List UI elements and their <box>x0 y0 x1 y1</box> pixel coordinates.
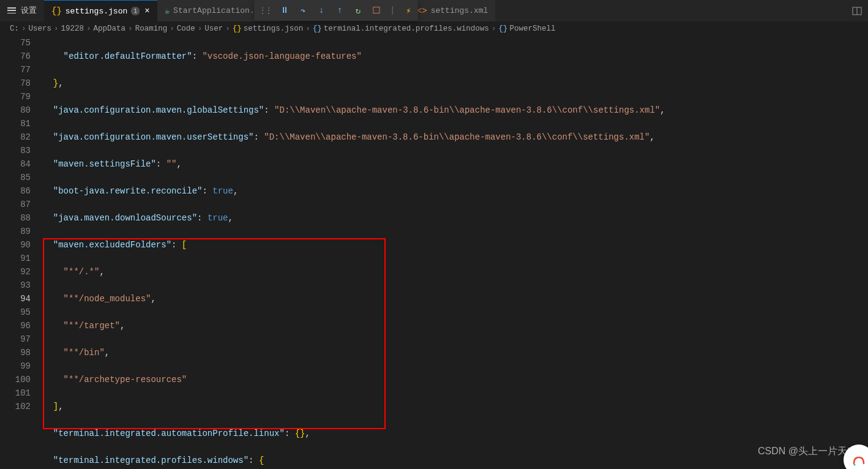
restart-icon[interactable]: ↻ <box>353 6 363 15</box>
crumb[interactable]: Code <box>177 24 195 33</box>
tabs-bar: 设置 {} settings.json 1 × ☕ StartApplicati… <box>0 0 868 21</box>
tab-label: settings.json <box>65 7 127 16</box>
tab-modified-badge: 1 <box>131 7 140 15</box>
hot-reload-icon[interactable]: ⚡ <box>403 6 413 15</box>
json-icon: {} <box>233 24 242 33</box>
settings-label: 设置 <box>21 5 37 16</box>
tab-settings-xml[interactable]: <> settings.xml <box>410 0 495 21</box>
crumb[interactable]: C: <box>10 24 19 33</box>
crumb[interactable]: Roaming <box>135 24 168 33</box>
step-over-icon[interactable]: ↷ <box>298 6 308 15</box>
brace-icon: {} <box>498 24 507 33</box>
hamburger-icon <box>7 7 16 13</box>
crumb[interactable]: settings.json <box>244 24 304 33</box>
step-out-icon[interactable]: ↑ <box>335 6 345 15</box>
tab-settings-json[interactable]: {} settings.json 1 × <box>44 0 157 21</box>
grip-icon[interactable]: ⋮⋮ <box>259 6 271 15</box>
java-icon: ☕ <box>165 6 170 16</box>
stop-icon[interactable]: □ <box>372 6 381 15</box>
close-icon[interactable]: × <box>144 6 149 16</box>
svg-point-2 <box>854 464 856 466</box>
pause-icon[interactable]: ⏸ <box>280 6 290 15</box>
crumb[interactable]: 19228 <box>61 24 84 33</box>
step-into-icon[interactable]: ↓ <box>316 6 326 15</box>
settings-tab-link[interactable]: 设置 <box>0 0 44 21</box>
crumb[interactable]: PowerShell <box>509 24 555 33</box>
crumb[interactable]: User <box>204 24 223 33</box>
brace-icon: {} <box>313 24 322 33</box>
tab-label: settings.xml <box>431 6 488 15</box>
editor-area[interactable]: 7576777879808182838485868788899091929394… <box>0 36 868 469</box>
crumb[interactable]: terminal.integrated.profiles.windows <box>324 24 489 33</box>
line-gutter: 7576777879808182838485868788899091929394… <box>0 36 43 469</box>
crumb[interactable]: AppData <box>94 24 126 33</box>
split-editor-icon[interactable] <box>852 6 862 18</box>
crumb[interactable]: Users <box>29 24 52 33</box>
json-icon: {} <box>51 6 62 16</box>
xml-icon: <> <box>417 6 427 16</box>
breadcrumbs: C:› Users› 19228› AppData› Roaming› Code… <box>0 21 868 36</box>
code-content[interactable]: "editor.defaultFormatter": "vscode.json-… <box>43 36 868 469</box>
watermark: CSDN @头上一片天空 <box>758 445 857 458</box>
debug-toolbar: ⋮⋮ ⏸ ↷ ↓ ↑ ↻ □ | ⚡ <box>254 0 418 21</box>
